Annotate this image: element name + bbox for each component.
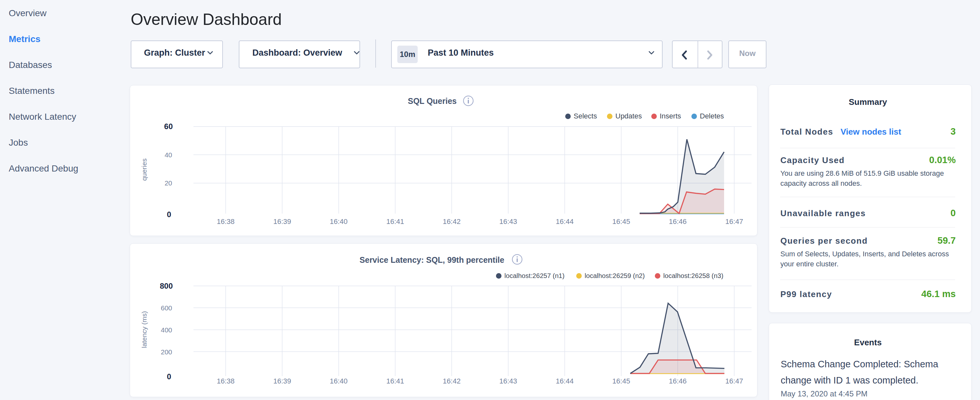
svg-text:16:47: 16:47 (725, 217, 743, 226)
svg-text:16:42: 16:42 (443, 217, 461, 226)
svg-text:16:39: 16:39 (274, 377, 291, 385)
svg-text:0: 0 (167, 210, 171, 219)
svg-text:16:46: 16:46 (669, 377, 687, 385)
svg-text:800: 800 (160, 282, 173, 290)
svg-text:40: 40 (165, 151, 172, 159)
svg-text:16:38: 16:38 (217, 377, 235, 385)
svg-text:16:40: 16:40 (330, 217, 347, 226)
svg-text:16:47: 16:47 (725, 377, 743, 385)
svg-text:16:45: 16:45 (612, 377, 630, 385)
svg-text:60: 60 (164, 122, 173, 131)
svg-text:600: 600 (161, 304, 172, 312)
svg-text:latency (ms): latency (ms) (140, 311, 148, 348)
svg-text:16:42: 16:42 (443, 377, 461, 385)
svg-text:16:39: 16:39 (274, 217, 291, 226)
svg-text:16:44: 16:44 (556, 377, 574, 385)
svg-text:16:40: 16:40 (330, 377, 347, 385)
svg-text:16:41: 16:41 (386, 377, 404, 385)
svg-text:400: 400 (161, 326, 172, 334)
svg-text:16:43: 16:43 (499, 377, 517, 385)
svg-text:20: 20 (165, 179, 172, 187)
svg-text:16:38: 16:38 (217, 217, 235, 226)
svg-text:16:45: 16:45 (612, 217, 630, 226)
svg-text:200: 200 (161, 348, 172, 356)
svg-text:16:44: 16:44 (556, 217, 574, 226)
svg-text:0: 0 (167, 372, 171, 381)
svg-text:16:43: 16:43 (499, 217, 517, 226)
svg-text:queries: queries (140, 159, 148, 181)
svg-text:16:41: 16:41 (386, 217, 404, 226)
svg-text:16:46: 16:46 (669, 217, 687, 226)
